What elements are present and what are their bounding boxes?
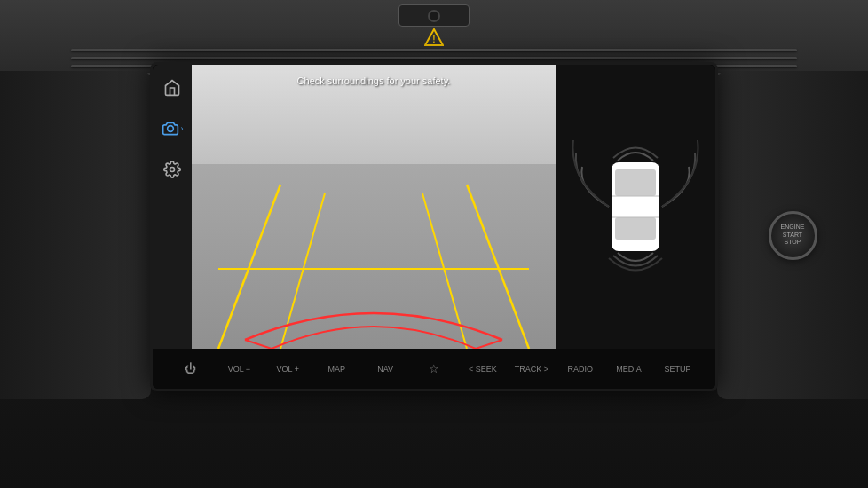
radio-button[interactable]: RADIO [563,365,598,374]
vol-minus-button[interactable]: VOL − [221,365,256,374]
safety-text: Check surroundings for your safety. [297,75,451,86]
svg-line-10 [476,340,502,349]
screen-sidebar: › [153,65,192,349]
map-label: MAP [327,365,345,374]
svg-line-4 [218,185,280,349]
svg-rect-12 [615,169,656,196]
nav-button[interactable]: NAV [367,365,403,374]
display-screen: › Check surroundings for your safety. [153,65,715,349]
infotainment-screen: › Check surroundings for your safety. [150,62,718,391]
warning-triangle-icon: ! [424,28,444,50]
media-button[interactable]: MEDIA [612,365,647,374]
favorites-button[interactable]: ☆ [416,362,452,375]
track-fwd-label: TRACK > [515,365,548,374]
svg-point-2 [167,126,173,132]
infotainment-unit: › Check surroundings for your safety. [150,71,718,391]
button-bar: ⏻ VOL − VOL + MAP NAV ☆ < SEEK [153,349,715,389]
dash-left-panel [0,71,151,399]
dashboard: ! ENGINE START STOP [0,0,868,488]
camera-icon[interactable]: › [160,116,185,141]
star-icon: ☆ [429,362,439,375]
nav-label: NAV [377,365,393,374]
vent-line [71,57,797,59]
engine-start-label: ENGINE START STOP [781,224,805,246]
power-icon: ⏻ [185,362,196,375]
map-button[interactable]: MAP [319,365,354,374]
track-forward-button[interactable]: TRACK > [514,365,549,374]
media-label: MEDIA [616,365,642,374]
svg-line-9 [245,340,272,349]
setup-label: SETUP [665,365,691,374]
radio-label: RADIO [567,365,593,374]
vol-plus-button[interactable]: VOL + [270,365,305,374]
camera-housing [398,4,470,27]
svg-line-5 [467,185,529,349]
camera-lens [428,10,440,22]
setup-button[interactable]: SETUP [660,365,696,374]
vol-plus-label: VOL + [277,365,299,374]
svg-text:!: ! [432,35,435,44]
dash-right-panel: ENGINE START STOP [717,71,868,399]
settings-icon[interactable] [160,157,185,182]
camera-feed: Check surroundings for your safety. [192,65,556,349]
bird-eye-container [569,118,702,295]
svg-rect-13 [615,217,656,240]
seek-back-button[interactable]: < SEEK [465,365,501,374]
home-icon[interactable] [160,75,185,100]
engine-start-button[interactable]: ENGINE START STOP [769,211,817,260]
sensor-arcs [569,118,702,295]
vol-minus-label: VOL − [228,365,250,374]
svg-point-3 [170,168,175,172]
parking-guide-lines [192,65,556,349]
bird-eye-panel [556,65,715,349]
power-button[interactable]: ⏻ [172,362,208,375]
seek-back-label: < SEEK [469,365,497,374]
